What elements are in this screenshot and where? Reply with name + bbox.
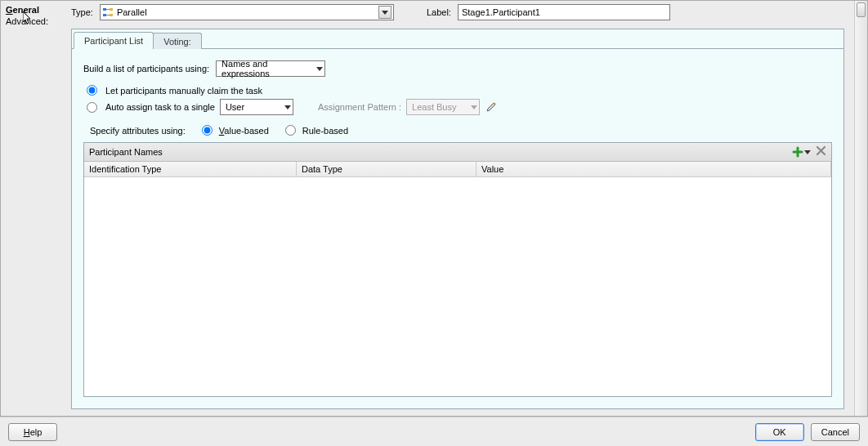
chevron-down-icon (284, 105, 291, 109)
type-label: Type: (71, 7, 93, 17)
radio-auto-assign[interactable] (87, 102, 97, 113)
label-label: Label: (427, 7, 451, 17)
col-value[interactable]: Value (477, 162, 831, 176)
radio-manual-label: Let participants manually claim the task (105, 86, 262, 96)
single-value: User (226, 102, 244, 112)
pattern-label: Assignment Pattern : (318, 102, 401, 112)
pattern-value: Least Busy (412, 102, 456, 112)
scrollbar-thumb[interactable] (857, 2, 866, 17)
edit-pattern-icon[interactable] (485, 100, 498, 114)
label-input[interactable] (458, 4, 670, 20)
svg-rect-3 (110, 14, 113, 16)
radio-rule-based-label: Rule-based (302, 126, 348, 136)
footer: Help OK Cancel (0, 417, 868, 446)
svg-rect-1 (103, 14, 106, 16)
participant-names-grid: Participant Names Identificat (83, 142, 832, 397)
chevron-down-icon (471, 105, 477, 109)
build-value: Names and expressions (221, 59, 311, 78)
sidebar-item-general-rest: eneral (13, 5, 39, 15)
grid-body[interactable] (84, 177, 831, 396)
sidebar: General Advanced: (1, 1, 71, 416)
svg-rect-0 (103, 8, 106, 11)
radio-rule-based[interactable] (285, 125, 296, 136)
tab-content: Build a list of participants using: Name… (72, 49, 843, 408)
tab-container: Participant List Voting: Build a list of… (71, 29, 844, 409)
tab-voting[interactable]: Voting: (153, 33, 202, 49)
delete-row-button[interactable] (816, 145, 826, 158)
build-dropdown[interactable]: Names and expressions (216, 60, 325, 77)
tab-bar: Participant List Voting: (72, 29, 843, 49)
tab-participant-list[interactable]: Participant List (74, 32, 154, 49)
vertical-scrollbar[interactable] (854, 1, 867, 416)
main-panel: Type: Parallel Label: Participant List V… (71, 1, 867, 416)
attrs-prompt: Specify attributes using: (90, 126, 186, 136)
chevron-down-icon (316, 67, 323, 71)
type-value: Parallel (117, 7, 375, 17)
radio-value-based-label: Value-based (219, 126, 269, 136)
ok-button[interactable]: OK (755, 423, 804, 441)
type-dropdown[interactable]: Parallel (100, 4, 394, 20)
svg-rect-2 (110, 8, 113, 11)
radio-manual-claim[interactable] (87, 85, 97, 96)
radio-auto-label: Auto assign task to a single (105, 102, 215, 112)
pattern-dropdown: Least Busy (406, 99, 480, 115)
help-button[interactable]: Help (8, 423, 57, 441)
radio-value-based[interactable] (202, 125, 213, 136)
col-identification-type[interactable]: Identification Type (84, 162, 297, 176)
add-row-button[interactable] (792, 146, 811, 158)
chevron-down-icon (378, 6, 391, 19)
sidebar-item-general[interactable]: General (6, 4, 66, 16)
col-data-type[interactable]: Data Type (297, 162, 477, 176)
parallel-icon (102, 7, 114, 18)
grid-header: Identification Type Data Type Value (84, 162, 831, 177)
single-dropdown[interactable]: User (220, 99, 293, 115)
grid-title: Participant Names (89, 147, 163, 157)
build-prompt: Build a list of participants using: (83, 64, 209, 74)
cancel-button[interactable]: Cancel (811, 423, 860, 441)
sidebar-item-advanced[interactable]: Advanced: (6, 16, 66, 27)
chevron-down-icon (804, 150, 811, 154)
